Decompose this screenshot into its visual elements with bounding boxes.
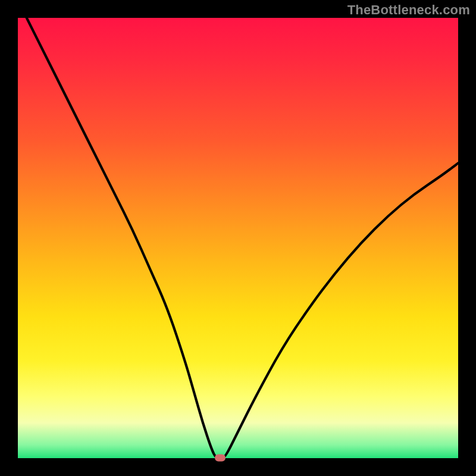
watermark-text: TheBottleneck.com: [347, 2, 470, 18]
optimal-point-marker: [215, 454, 226, 461]
plot-area: [18, 18, 458, 458]
bottleneck-curve: [18, 18, 458, 458]
curve-path: [27, 18, 458, 458]
chart-frame: TheBottleneck.com: [0, 0, 476, 476]
